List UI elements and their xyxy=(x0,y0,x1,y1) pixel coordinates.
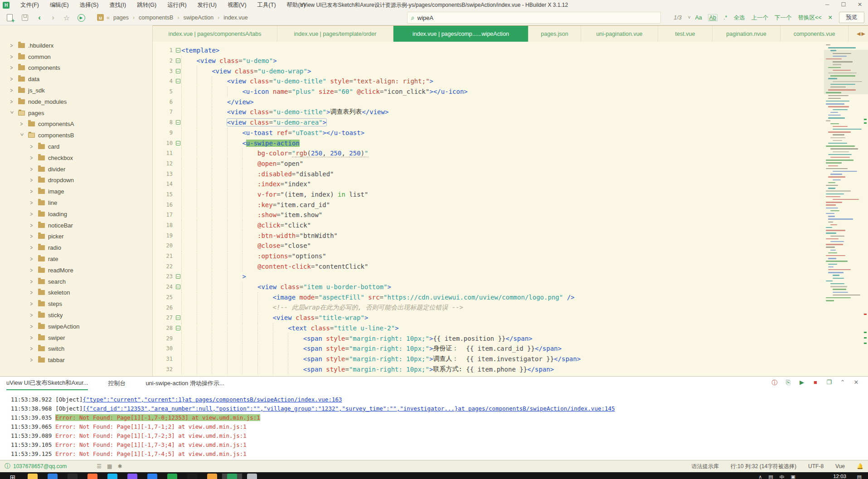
chevron-right-icon[interactable]: > xyxy=(30,222,34,229)
chevron-right-icon[interactable]: > xyxy=(30,210,34,218)
code-line-14[interactable]: 14:index="index" xyxy=(153,179,868,189)
code-line-25[interactable]: 25<image mode="aspectFill" src="https://… xyxy=(153,292,868,303)
code-line-7[interactable]: 7<view class="u-demo-title">调查表列表</view> xyxy=(153,107,868,117)
run-icon[interactable]: ▶ xyxy=(798,379,805,387)
chevron-right-icon[interactable]: > xyxy=(30,244,34,252)
chevron-down-icon[interactable]: ˅ xyxy=(688,15,691,20)
notification-center-icon[interactable]: ▤ xyxy=(857,474,862,479)
taskbar-app-app-blue-icon[interactable] xyxy=(142,474,162,479)
tray-icon-0[interactable]: ∧ xyxy=(758,474,762,479)
code-line-9[interactable]: 9<u-toast ref="uToast"></u-toast> xyxy=(153,128,868,138)
taskbar-app-app-purple-icon[interactable] xyxy=(122,474,142,479)
code-line-12[interactable]: 12@open="open" xyxy=(153,159,868,169)
menu-item-2[interactable]: 选择(S) xyxy=(74,0,104,10)
code-line-19[interactable]: 19:btn-width="btnWidth" xyxy=(153,230,868,241)
code-line-4[interactable]: 4–<view class="u-demo-title" style="text… xyxy=(153,76,868,87)
code-line-8[interactable]: 8–<view class="u-demo-area"> xyxy=(153,117,868,128)
whole-word-button[interactable]: Ab xyxy=(708,15,717,21)
taskbar-app-app-dark-icon[interactable] xyxy=(63,474,82,479)
chevron-down-icon[interactable]: > xyxy=(9,111,16,115)
statusbar-icon-0[interactable]: ☰ xyxy=(97,463,102,469)
code-line-21[interactable]: 21:options="options" xyxy=(153,251,868,261)
editor-tab-4[interactable]: uni-pagination.vue xyxy=(581,26,658,42)
taskbar-app-browser-icon[interactable] xyxy=(43,474,63,479)
tree-item-picker[interactable]: >picker xyxy=(0,231,152,242)
menu-item-6[interactable]: 发行(U) xyxy=(192,0,222,10)
save-button[interactable] xyxy=(20,13,30,23)
start-button[interactable]: ⊞ xyxy=(3,474,23,479)
tree-item-common[interactable]: >common xyxy=(0,51,152,63)
chevron-right-icon[interactable]: > xyxy=(30,356,34,364)
fold-minus-icon[interactable]: – xyxy=(176,315,180,320)
match-case-button[interactable]: Aa xyxy=(695,15,702,21)
chevron-right-icon[interactable]: > xyxy=(10,64,15,72)
log-link[interactable]: [{"card_id":"12353","area_number":null,"… xyxy=(83,405,458,412)
tray-icon-2[interactable]: 中 xyxy=(780,474,785,479)
menu-item-5[interactable]: 运行(R) xyxy=(162,0,192,10)
taskbar-app-app-black-icon[interactable] xyxy=(182,474,202,479)
tray-icon-1[interactable]: ▤ xyxy=(768,474,773,479)
chevron-right-icon[interactable]: > xyxy=(30,255,34,263)
tree-item-readMore[interactable]: >readMore xyxy=(0,265,152,276)
taskbar-app-firefox-icon[interactable] xyxy=(82,474,102,479)
search-input[interactable]: ⌕ wipeA xyxy=(407,12,661,24)
taskbar-app-file-explorer-icon[interactable] xyxy=(23,474,43,479)
chevron-right-icon[interactable]: > xyxy=(30,289,34,296)
maximize-button[interactable]: ☐ xyxy=(839,0,848,9)
previous-button[interactable]: 上一个 xyxy=(751,15,768,21)
chevron-right-icon[interactable]: > xyxy=(30,266,34,274)
chevron-right-icon[interactable]: > xyxy=(10,42,15,49)
breadcrumb-item-swipeAction[interactable]: swipeAction xyxy=(183,15,213,21)
editor-tab-7[interactable]: components.vue xyxy=(781,26,849,42)
console-tab-0[interactable]: uView UI已发布Sketch和Axur... xyxy=(6,377,88,390)
code-line-32[interactable]: 32<span style="margin-right: 10px;">联系方式… xyxy=(153,364,868,374)
code-line-31[interactable]: 31<span style="margin-right: 10px;">调查人：… xyxy=(153,354,868,364)
fold-minus-icon[interactable]: – xyxy=(176,58,180,63)
bookmark-star-button[interactable]: ☆ xyxy=(62,13,72,23)
editor-tab-5[interactable]: test.vue xyxy=(658,26,713,42)
code-line-29[interactable]: 29<span style="margin-right: 10px;">{{ i… xyxy=(153,333,868,344)
tree-item-search[interactable]: >search xyxy=(0,276,152,287)
taskbar-clock[interactable]: 12:03 xyxy=(833,474,846,479)
fold-minus-icon[interactable]: – xyxy=(176,285,180,289)
editor-tab-0[interactable]: index.vue | pages/componentsA/tabs xyxy=(153,26,277,42)
chevron-right-icon[interactable]: > xyxy=(10,98,15,106)
tree-item-switch[interactable]: >switch xyxy=(0,344,152,355)
chevron-right-icon[interactable]: > xyxy=(30,232,34,240)
breadcrumb[interactable]: u « pages›componentsB›swipeAction›index.… xyxy=(97,10,248,25)
chevron-right-icon[interactable]: > xyxy=(30,199,34,207)
code-line-18[interactable]: 18@click="click" xyxy=(153,220,868,231)
menu-item-3[interactable]: 查找(I) xyxy=(104,0,131,10)
chevron-right-icon[interactable]: > xyxy=(30,143,34,150)
cursor-position[interactable]: 行:10 列:32 (14字符被选择) xyxy=(731,463,796,470)
editor-tab-3[interactable]: pages.json xyxy=(529,26,581,42)
tree-item-data[interactable]: >data xyxy=(0,73,152,85)
replace-area-button[interactable]: 替换区<< xyxy=(798,15,821,21)
chevron-right-icon[interactable]: > xyxy=(30,188,34,195)
close-panel-icon[interactable]: ✕ xyxy=(853,379,860,387)
code-line-15[interactable]: 15v-for="(item, index) in list" xyxy=(153,189,868,200)
tree-item-card[interactable]: >card xyxy=(0,141,152,152)
taskbar-app-notes-icon[interactable] xyxy=(242,474,262,479)
editor-tab-1[interactable]: index.vue | pages/template/order xyxy=(277,26,393,42)
tree-item-image[interactable]: >image xyxy=(0,186,152,197)
tree-item-radio[interactable]: >radio xyxy=(0,242,152,253)
code-line-16[interactable]: 16:key="item.card_id" xyxy=(153,199,868,210)
chevron-right-icon[interactable]: > xyxy=(30,177,34,184)
code-line-13[interactable]: 13:disabled="disabled" xyxy=(153,169,868,179)
tree-item-.hbuilderx[interactable]: >.hbuilderx xyxy=(0,40,152,51)
tree-item-noticeBar[interactable]: >noticeBar xyxy=(0,220,152,231)
code-line-23[interactable]: 23–> xyxy=(153,271,868,282)
file-type[interactable]: Vue xyxy=(835,463,845,469)
code-line-17[interactable]: 17:show="item.show" xyxy=(153,210,868,220)
fold-minus-icon[interactable]: – xyxy=(176,48,180,53)
back-button[interactable]: ‹ xyxy=(34,13,44,23)
code-line-10[interactable]: 10–<u-swipe-action xyxy=(153,138,868,148)
chevron-right-icon[interactable]: > xyxy=(30,154,34,162)
tree-item-steps[interactable]: >steps xyxy=(0,298,152,310)
fold-minus-icon[interactable]: – xyxy=(176,274,180,279)
fold-minus-icon[interactable]: – xyxy=(176,120,180,125)
minimap[interactable] xyxy=(824,42,868,376)
chevron-right-icon[interactable]: > xyxy=(30,311,34,319)
console-tab-2[interactable]: uni-swipe-action 滑动操作示... xyxy=(145,377,224,390)
